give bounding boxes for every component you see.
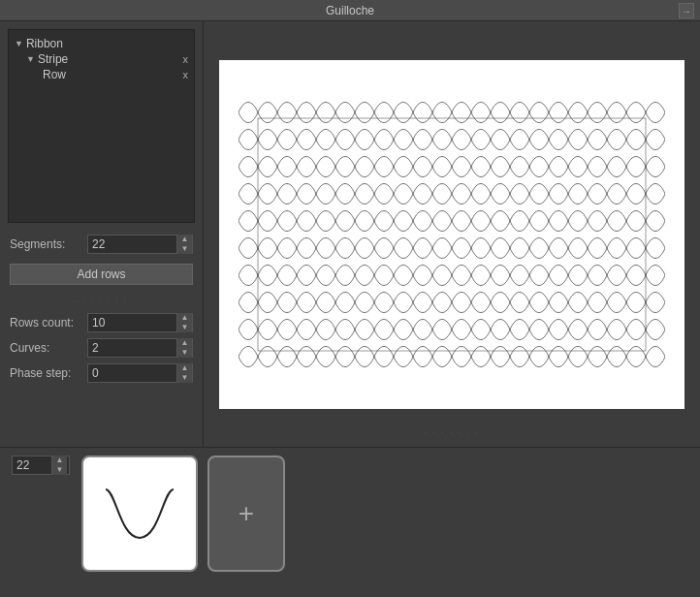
bottom-spinbox-input[interactable] bbox=[13, 458, 51, 472]
arrow-icon-ribbon: ▼ bbox=[15, 39, 23, 48]
tree-label-row: Row bbox=[43, 68, 177, 81]
add-card-button[interactable]: + bbox=[207, 456, 285, 572]
bottom-spinbox-down-button[interactable]: ▼ bbox=[51, 465, 67, 475]
tree-item-stripe[interactable]: ▼ Stripe x bbox=[13, 51, 190, 67]
tree-label-stripe: Stripe bbox=[38, 52, 177, 66]
controls-area: Segments: ▲ ▼ Add rows · · · · · · · Row… bbox=[0, 229, 203, 391]
curves-row: Curves: ▲ ▼ bbox=[10, 338, 193, 358]
guilloche-pattern: // Generate guilloche diamond/wave patte… bbox=[239, 99, 665, 370]
thumbnail-card[interactable] bbox=[81, 456, 198, 572]
rows-count-input-wrap: ▲ ▼ bbox=[87, 313, 193, 332]
main-area: ▼ Ribbon ▼ Stripe x Row x Segments: bbox=[0, 21, 700, 447]
pin-icon: → bbox=[682, 6, 691, 16]
bottom-spinbox: ▲ ▼ bbox=[12, 456, 70, 475]
divider: · · · · · · · bbox=[10, 297, 193, 305]
curves-label: Curves: bbox=[10, 341, 87, 355]
rows-count-label: Rows count: bbox=[10, 316, 87, 330]
bottom-spinbox-spinners: ▲ ▼ bbox=[51, 456, 67, 475]
canvas-area: // Generate guilloche diamond/wave patte… bbox=[204, 21, 700, 447]
tree-area: ▼ Ribbon ▼ Stripe x Row x bbox=[8, 29, 195, 223]
close-row-button[interactable]: x bbox=[181, 69, 191, 80]
tree-item-ribbon[interactable]: ▼ Ribbon bbox=[13, 36, 190, 51]
canvas-white: // Generate guilloche diamond/wave patte… bbox=[219, 60, 684, 409]
thumbnail-svg bbox=[96, 470, 183, 557]
segments-input-wrap: ▲ ▼ bbox=[87, 235, 193, 254]
phase-step-up-button[interactable]: ▲ bbox=[176, 363, 192, 373]
curves-input[interactable] bbox=[88, 341, 176, 355]
curves-spinners: ▲ ▼ bbox=[176, 338, 192, 358]
phase-step-down-button[interactable]: ▼ bbox=[176, 373, 192, 383]
segments-up-button[interactable]: ▲ bbox=[176, 235, 192, 244]
add-icon: + bbox=[239, 498, 254, 529]
canvas-bottom-divider: · · · · · · · bbox=[426, 428, 479, 437]
bottom-panel: ▲ ▼ + bbox=[0, 447, 700, 597]
rows-count-down-button[interactable]: ▼ bbox=[176, 323, 192, 332]
left-panel: ▼ Ribbon ▼ Stripe x Row x Segments: bbox=[0, 21, 204, 447]
phase-step-input[interactable] bbox=[88, 366, 176, 380]
phase-step-input-wrap: ▲ ▼ bbox=[87, 363, 193, 383]
segments-input[interactable] bbox=[88, 237, 176, 251]
titlebar: Guilloche → bbox=[0, 0, 700, 21]
rows-count-input[interactable] bbox=[88, 316, 176, 330]
rows-count-spinners: ▲ ▼ bbox=[176, 313, 192, 332]
tree-item-row[interactable]: Row x bbox=[13, 67, 190, 82]
phase-step-row: Phase step: ▲ ▼ bbox=[10, 363, 193, 383]
phase-step-label: Phase step: bbox=[10, 366, 87, 380]
close-stripe-button[interactable]: x bbox=[181, 53, 191, 65]
curves-up-button[interactable]: ▲ bbox=[176, 338, 192, 348]
segments-down-button[interactable]: ▼ bbox=[176, 244, 192, 254]
arrow-icon-stripe: ▼ bbox=[26, 54, 35, 64]
svg-rect-0 bbox=[258, 118, 646, 351]
curves-down-button[interactable]: ▼ bbox=[176, 348, 192, 358]
rows-count-up-button[interactable]: ▲ bbox=[176, 313, 192, 323]
segments-spinners: ▲ ▼ bbox=[176, 235, 192, 254]
phase-step-spinners: ▲ ▼ bbox=[176, 363, 192, 383]
bottom-spinbox-wrap: ▲ ▼ bbox=[12, 456, 70, 475]
app-title: Guilloche bbox=[326, 4, 374, 17]
pin-button[interactable]: → bbox=[679, 3, 694, 18]
segments-label: Segments: bbox=[10, 237, 87, 251]
curves-input-wrap: ▲ ▼ bbox=[87, 338, 193, 358]
add-rows-button[interactable]: Add rows bbox=[10, 264, 193, 285]
tree-label-ribbon: Ribbon bbox=[26, 37, 190, 50]
rows-count-row: Rows count: ▲ ▼ bbox=[10, 313, 193, 332]
bottom-spinbox-up-button[interactable]: ▲ bbox=[51, 456, 67, 465]
segments-row: Segments: ▲ ▼ bbox=[10, 235, 193, 254]
